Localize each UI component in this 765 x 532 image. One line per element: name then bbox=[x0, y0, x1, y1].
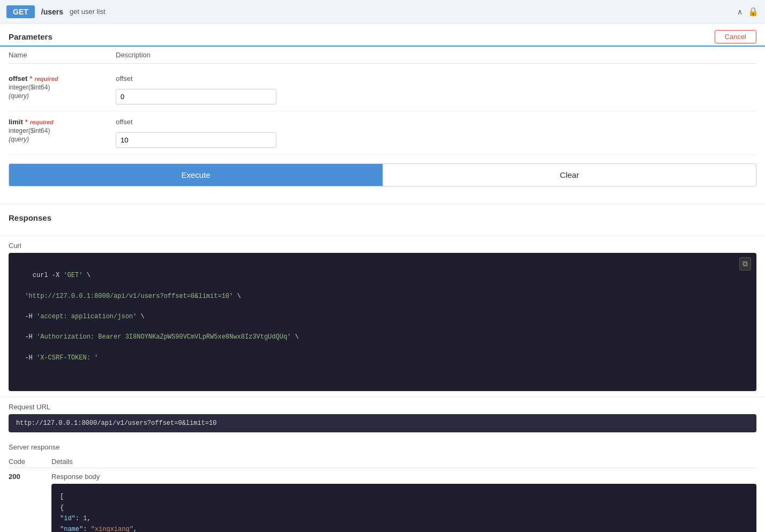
param-input-offset[interactable] bbox=[116, 89, 276, 104]
response-table-header: Code Details bbox=[9, 455, 756, 468]
response-details-200: Response body [ { "id": 1, "name": "xing… bbox=[51, 473, 756, 532]
clear-button[interactable]: Clear bbox=[382, 164, 756, 186]
response-body-block: [ { "id": 1, "name": "xingxiang", "email… bbox=[51, 484, 756, 532]
parameters-table: Name Description offset * required integ… bbox=[0, 47, 765, 204]
responses-title: Responses bbox=[9, 213, 756, 227]
parameters-header: Parameters Cancel bbox=[0, 24, 765, 47]
server-response-section: Server response Code Details 200 Respons… bbox=[0, 438, 765, 532]
request-url-section: Request URL http://127.0.0.1:8000/api/v1… bbox=[0, 398, 765, 438]
required-label-limit: required bbox=[30, 119, 54, 125]
action-buttons: Execute Clear bbox=[9, 163, 756, 186]
execute-button[interactable]: Execute bbox=[9, 164, 382, 186]
curl-copy-button[interactable]: ⧉ bbox=[739, 257, 751, 271]
parameters-title: Parameters bbox=[9, 32, 52, 41]
curl-label: Curl bbox=[9, 242, 756, 250]
request-url-block: http://127.0.0.1:8000/api/v1/users?offse… bbox=[9, 414, 756, 432]
responses-section: Responses bbox=[0, 205, 765, 235]
param-type-offset: integer($int64) bbox=[9, 84, 116, 91]
param-name-text-limit: limit bbox=[9, 118, 23, 126]
param-desc-offset: offset bbox=[116, 74, 756, 104]
response-body-label: Response body bbox=[51, 473, 756, 481]
param-meta-limit: limit * required integer($int64) (query) bbox=[9, 118, 116, 143]
server-response-label: Server response bbox=[9, 443, 756, 451]
collapse-icon[interactable]: ∧ bbox=[737, 8, 742, 16]
param-location-limit: (query) bbox=[9, 136, 116, 143]
param-row-offset: offset * required integer($int64) (query… bbox=[9, 68, 756, 111]
response-code-200: 200 bbox=[9, 473, 51, 481]
param-input-limit[interactable] bbox=[116, 132, 276, 148]
required-star-limit: * bbox=[25, 118, 28, 126]
response-row-200: 200 Response body [ { "id": 1, "name": "… bbox=[9, 468, 756, 532]
param-name-text-offset: offset bbox=[9, 74, 27, 83]
desc-col-header: Description bbox=[116, 51, 756, 59]
name-col-header: Name bbox=[9, 51, 116, 59]
curl-section: Curl curl -X 'GET' \ 'http://127.0.0.1:8… bbox=[0, 236, 765, 396]
endpoint-path: /users bbox=[41, 8, 63, 16]
lock-icon[interactable]: 🔒 bbox=[748, 6, 759, 17]
param-location-offset: (query) bbox=[9, 92, 116, 100]
endpoint-description: get user list bbox=[70, 8, 105, 16]
header-bar: GET /users get user list ∧ 🔒 bbox=[0, 0, 765, 24]
curl-block: curl -X 'GET' \ 'http://127.0.0.1:8000/a… bbox=[9, 253, 756, 391]
param-name-offset: offset * required bbox=[9, 74, 116, 83]
header-actions: ∧ 🔒 bbox=[737, 6, 759, 17]
param-row-limit: limit * required integer($int64) (query)… bbox=[9, 111, 756, 155]
param-meta-offset: offset * required integer($int64) (query… bbox=[9, 74, 116, 100]
param-desc-text-limit: offset bbox=[116, 118, 756, 126]
param-type-limit: integer($int64) bbox=[9, 127, 116, 134]
request-url-label: Request URL bbox=[9, 403, 756, 411]
details-col-header: Details bbox=[51, 458, 756, 466]
required-label-offset: required bbox=[34, 76, 58, 82]
param-desc-limit: offset bbox=[116, 118, 756, 148]
param-name-limit: limit * required bbox=[9, 118, 116, 126]
code-col-header: Code bbox=[9, 458, 51, 466]
param-desc-text-offset: offset bbox=[116, 74, 756, 83]
parameters-section: Parameters Cancel Name Description offse… bbox=[0, 24, 765, 204]
required-star-offset: * bbox=[29, 74, 32, 83]
cancel-button[interactable]: Cancel bbox=[715, 30, 756, 43]
method-badge: GET bbox=[6, 5, 35, 18]
params-table-header: Name Description bbox=[9, 47, 756, 64]
